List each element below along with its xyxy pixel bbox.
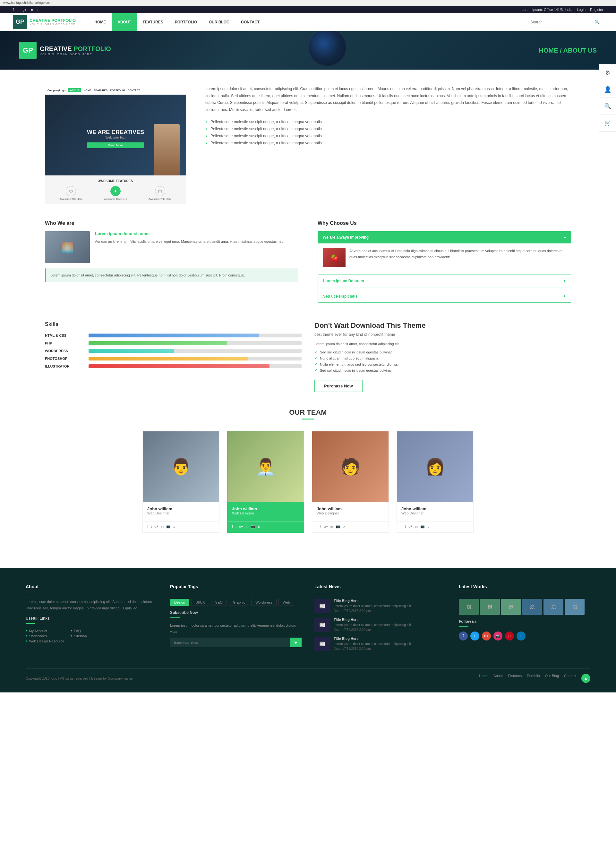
float-search-button[interactable]: 🔍 [599, 98, 616, 114]
social-ig2[interactable]: 📷 [251, 524, 255, 529]
who-we-image: 🌅 [45, 231, 90, 263]
social-f2[interactable]: f [232, 524, 233, 529]
nav-item-home[interactable]: HOME [89, 13, 112, 31]
social-p3[interactable]: p [343, 524, 344, 529]
work-thumb-5[interactable]: 🖼 [543, 599, 563, 615]
follow-linkedin[interactable]: in [517, 632, 525, 640]
social-t[interactable]: t [151, 524, 152, 529]
tag-wordpress[interactable]: Wordpress [251, 599, 276, 606]
footer-divider-2b [170, 617, 180, 618]
follow-googleplus[interactable]: g+ [482, 632, 491, 640]
social-ig4[interactable]: 📷 [420, 524, 425, 529]
social-facebook[interactable]: f [13, 8, 14, 12]
footer-link[interactable]: My Account [26, 628, 64, 633]
skills-title: Skills [45, 322, 301, 327]
footer-link-portfolio[interactable]: Portfolio [527, 674, 540, 683]
team-info-3: John william Web Designer [312, 502, 389, 522]
social-g2[interactable]: g+ [239, 524, 243, 529]
footer-link-features[interactable]: Features [508, 674, 522, 683]
social-t4[interactable]: t [405, 524, 406, 529]
back-to-top-button[interactable]: ▲ [581, 674, 590, 683]
nav-item-about[interactable]: ABOUT [112, 13, 137, 31]
social-g4[interactable]: g+ [408, 524, 413, 529]
footer-link-contact[interactable]: Contact [564, 674, 576, 683]
search-icon[interactable]: 🔍 [595, 19, 600, 24]
footer-link[interactable]: Sitemap [71, 633, 87, 639]
tag-graphic[interactable]: Graphic [229, 599, 249, 606]
social-pinterest[interactable]: p [37, 8, 40, 12]
footer-link-blog[interactable]: Our Blog [545, 674, 559, 683]
team-section: OUR TEAM 👨 John william Web Designer f t… [45, 408, 571, 533]
work-thumb-6[interactable]: 🖼 [565, 599, 585, 615]
social-p4[interactable]: p [427, 524, 429, 529]
news-title-1[interactable]: Title Blog Here [334, 599, 412, 603]
social-f4[interactable]: f [401, 524, 402, 529]
footer-link-about[interactable]: About [493, 674, 503, 683]
social-ig[interactable]: 📷 [166, 524, 171, 529]
news-title-3[interactable]: Title Blog Here [334, 637, 412, 640]
cta-section: Don't Wait Download This Theme best them… [301, 322, 571, 392]
purchase-now-button[interactable]: Purchase Now [315, 380, 362, 392]
tag-design[interactable]: Design [170, 599, 189, 606]
social-instagram[interactable]: ☷ [30, 7, 34, 12]
team-photo-2: 👨‍💼 [227, 431, 304, 502]
who-title: Who We are [45, 220, 298, 226]
float-user-button[interactable]: 👤 [599, 81, 616, 98]
footer-link-home[interactable]: Home [479, 674, 488, 683]
login-link[interactable]: Login [577, 8, 586, 12]
social-in2[interactable]: in [246, 524, 249, 529]
nav-item-blog[interactable]: OUR BLOG [203, 13, 236, 31]
accordion-header-2[interactable]: Lorem Ipsum Dolorem + [318, 274, 571, 288]
search-input[interactable] [530, 20, 595, 24]
footer-link[interactable]: Web Design Resource [26, 639, 64, 644]
nav-item-portfolio[interactable]: PORTFOLIO [169, 13, 203, 31]
accordion-header-1[interactable]: We are always improving − [318, 231, 571, 243]
news-title-2[interactable]: Title Blog Here [334, 618, 412, 621]
footer-link[interactable]: FAQ [71, 628, 87, 633]
team-photo-1: 👨 [143, 431, 219, 502]
social-f3[interactable]: f [317, 524, 318, 529]
preview-read-more[interactable]: Read More [87, 142, 144, 148]
nav-item-features[interactable]: FEATURES [137, 13, 169, 31]
follow-instagram[interactable]: 📷 [493, 632, 502, 640]
work-thumb-2[interactable]: 🖼 [480, 599, 500, 615]
footer-link[interactable]: Shortcodes [26, 633, 64, 639]
tag-uiux[interactable]: UI/UX [191, 599, 209, 606]
feature-icon-1: ⚙ Awesome Title Here [60, 186, 82, 200]
footer-bottom-links: Home About Features Portfolio Our Blog C… [479, 674, 590, 683]
feature-item: Pellentesque molestie suscipit neque, a … [205, 132, 571, 139]
register-link[interactable]: Register [590, 8, 603, 12]
skill-illustrator: ILLUSTRATOR [45, 364, 301, 368]
social-t2[interactable]: t [236, 524, 236, 529]
social-ig3[interactable]: 📷 [335, 524, 340, 529]
work-thumb-1[interactable]: 🖼 [459, 599, 479, 615]
social-f[interactable]: f [147, 524, 148, 529]
nav-item-contact[interactable]: CONTACT [235, 13, 265, 31]
hero-logo-icon: GP [19, 42, 37, 59]
social-p2[interactable]: p [258, 524, 260, 529]
why-title: Why Choose Us [318, 220, 571, 226]
follow-facebook[interactable]: f [459, 632, 468, 640]
social-in[interactable]: in [161, 524, 164, 529]
social-twitter[interactable]: t [18, 8, 19, 12]
work-thumb-3[interactable]: 🖼 [501, 599, 521, 615]
work-thumb-4[interactable]: 🖼 [522, 599, 542, 615]
social-in4[interactable]: in [415, 524, 418, 529]
social-googleplus[interactable]: g+ [22, 8, 27, 12]
social-in3[interactable]: in [331, 524, 333, 529]
social-p[interactable]: p [173, 524, 175, 529]
subscribe-button[interactable]: ➤ [290, 637, 301, 647]
tag-web[interactable]: Web [279, 599, 294, 606]
follow-pinterest[interactable]: p [505, 632, 514, 640]
preview-image: CompanyLogo ABOUT HOME FEATURES PORTFOLI… [45, 86, 186, 175]
subscribe-email-input[interactable] [170, 637, 290, 647]
float-gear-button[interactable]: ⚙ [599, 64, 616, 81]
tag-seo[interactable]: SEO [211, 599, 227, 606]
social-g3[interactable]: g+ [324, 524, 328, 529]
follow-twitter[interactable]: t [471, 632, 479, 640]
social-g[interactable]: g+ [154, 524, 159, 529]
float-cart-button[interactable]: 🛒 [599, 114, 616, 131]
feature-item: Pellentesque molestie suscipit neque, a … [205, 125, 571, 132]
accordion-header-3[interactable]: Sed ut Perspiciatis + [318, 290, 571, 303]
social-t3[interactable]: t [320, 524, 321, 529]
